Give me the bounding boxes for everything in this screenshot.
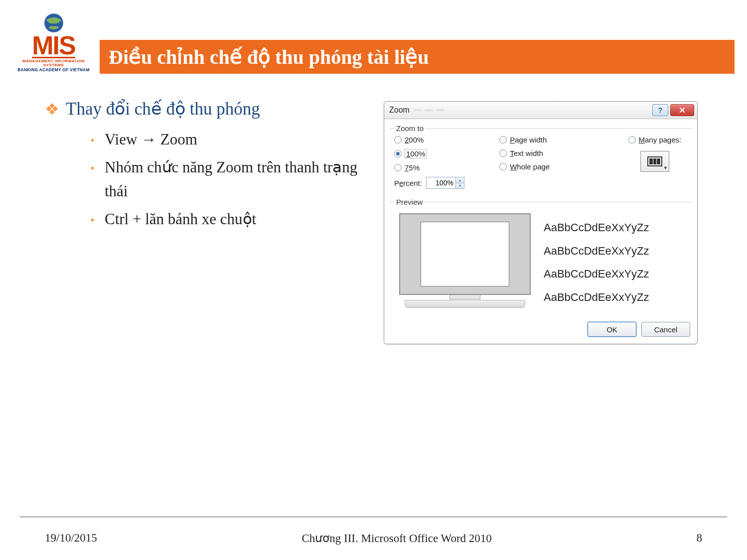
slide-title: Điều chỉnh chế độ thu phóng tài liệu — [100, 40, 735, 74]
monitor-stand-icon — [415, 295, 515, 312]
zoom-options-row: 200% 100% 75% Page width Text width Whol… — [394, 136, 687, 172]
percent-row: Percent: ▲ ▼ — [394, 177, 687, 189]
radio-100[interactable]: 100% — [394, 149, 427, 158]
preview-sample-text: AaBbCcDdEeXxYyZz AaBbCcDdEeXxYyZz AaBbCc… — [544, 213, 686, 312]
radio-whole-page[interactable]: Whole page — [499, 162, 550, 171]
preview-page-icon — [421, 222, 509, 286]
radio-many-pages[interactable]: Many pages: — [628, 136, 682, 144]
monitor-frame — [399, 213, 531, 295]
bullet-level1: ❖Thay đổi chế độ thu phóng — [45, 97, 364, 121]
close-icon — [679, 107, 685, 113]
footer-chapter: Chương III. Microsoft Office Word 2010 — [301, 532, 491, 545]
cancel-button[interactable]: Cancel — [641, 322, 690, 337]
sample-line: AaBbCcDdEeXxYyZz — [544, 221, 686, 234]
logo: MIS MANAGEMENT INFORMATION SYSTEMS BANKI… — [12, 12, 95, 73]
footer-date: 19/10/2015 — [45, 532, 97, 545]
zoom-col-mid: Page width Text width Whole page — [499, 136, 550, 172]
footer-rule — [20, 517, 727, 517]
dialog-footer: OK Cancel — [389, 322, 692, 339]
bullet-level2: ▪Nhóm chức năng Zoom trên thanh trạng th… — [45, 155, 364, 203]
preview-group: Preview AaBbCcDdEeXxYyZz AaBbCcDdEeXxYyZ… — [389, 198, 692, 318]
bullet-l2-text: Nhóm chức năng Zoom trên thanh trạng thá… — [105, 158, 357, 200]
radio-200[interactable]: 200% — [394, 136, 427, 144]
blurred-text: — — — — [414, 106, 445, 115]
many-pages-button[interactable]: ▼ — [640, 151, 669, 172]
ok-button[interactable]: OK — [588, 322, 636, 337]
square-bullet-icon: ▪ — [91, 212, 105, 228]
slide-footer: 19/10/2015 Chương III. Microsoft Office … — [45, 532, 702, 545]
percent-label: Percent: — [394, 179, 422, 187]
logo-line2: BANKING ACADEMY OF VIETNAM — [12, 67, 95, 73]
bullet-l2-text: View → Zoom — [105, 131, 197, 148]
preview-area: AaBbCcDdEeXxYyZz AaBbCcDdEeXxYyZz AaBbCc… — [394, 210, 687, 313]
close-button[interactable] — [670, 104, 694, 116]
logo-acronym: MIS — [32, 34, 75, 58]
spinner-up-icon[interactable]: ▲ — [456, 177, 464, 183]
slide-content: ❖Thay đổi chế độ thu phóng ▪View → Zoom … — [45, 97, 364, 235]
radio-text-width[interactable]: Text width — [499, 149, 550, 157]
square-bullet-icon: ▪ — [91, 160, 105, 176]
footer-page: 8 — [697, 532, 703, 545]
spinner-arrows[interactable]: ▲ ▼ — [455, 177, 464, 188]
zoom-col-left: 200% 100% 75% — [394, 136, 427, 172]
spinner-down-icon[interactable]: ▼ — [456, 183, 464, 189]
preview-monitor — [395, 213, 535, 312]
sample-line: AaBbCcDdEeXxYyZz — [544, 291, 686, 304]
bullet-level2: ▪Ctrl + lăn bánh xe chuột — [45, 207, 364, 231]
bullet-l1-text: Thay đổi chế độ thu phóng — [66, 99, 260, 119]
dropdown-arrow-icon: ▼ — [663, 165, 668, 170]
zoom-to-legend: Zoom to — [394, 124, 426, 133]
bullet-l2-text: Ctrl + lăn bánh xe chuột — [105, 210, 256, 228]
dialog-titlebar: Zoom — — — ? — [384, 102, 697, 119]
zoom-to-group: Zoom to 200% 100% 75% Page width Text wi… — [389, 124, 692, 194]
radio-page-width[interactable]: Page width — [499, 136, 550, 144]
zoom-col-right: Many pages: ▼ — [622, 136, 687, 172]
dialog-title-text: Zoom — [389, 106, 410, 115]
percent-input[interactable] — [427, 177, 455, 188]
zoom-dialog-screenshot: Zoom — — — ? Zoom to 200% 100% 75% Page … — [384, 101, 698, 344]
zoom-dialog: Zoom — — — ? Zoom to 200% 100% 75% Page … — [384, 101, 698, 344]
logo-line1: MANAGEMENT INFORMATION SYSTEMS — [12, 59, 95, 67]
preview-legend: Preview — [394, 198, 425, 206]
percent-spinner[interactable]: ▲ ▼ — [426, 177, 464, 189]
radio-75[interactable]: 75% — [394, 163, 427, 172]
globe-icon — [43, 12, 64, 33]
dialog-body: Zoom to 200% 100% 75% Page width Text wi… — [384, 119, 697, 344]
diamond-bullet-icon: ❖ — [45, 99, 66, 120]
sample-line: AaBbCcDdEeXxYyZz — [544, 268, 686, 280]
slide-header: MIS MANAGEMENT INFORMATION SYSTEMS BANKI… — [12, 12, 735, 72]
many-pages-icon — [647, 156, 662, 166]
bullet-level2: ▪View → Zoom — [45, 128, 364, 151]
help-button[interactable]: ? — [652, 104, 668, 116]
sample-line: AaBbCcDdEeXxYyZz — [544, 245, 686, 258]
square-bullet-icon: ▪ — [91, 133, 105, 148]
